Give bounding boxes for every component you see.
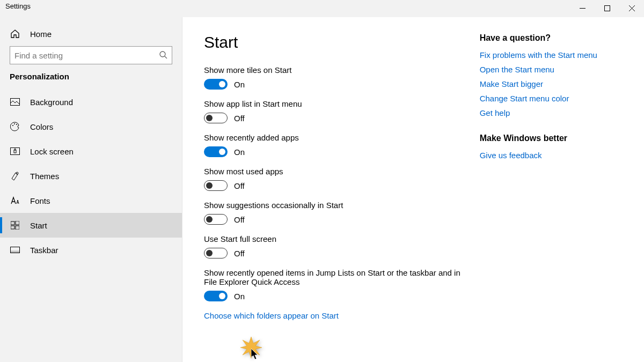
sidebar-item-label: Background	[30, 98, 73, 107]
toggle-state: Off	[234, 114, 245, 123]
setting-label: Show app list in Start menu	[204, 99, 480, 108]
feedback-link[interactable]: Give us feedback	[480, 151, 623, 160]
choose-folders-link[interactable]: Choose which folders appear on Start	[204, 311, 480, 320]
sidebar-item-label: Colors	[30, 122, 53, 131]
svg-rect-15	[11, 251, 20, 253]
sidebar-item-label: Taskbar	[30, 246, 58, 255]
svg-point-2	[160, 51, 165, 57]
feedback-heading: Make Windows better	[480, 134, 623, 143]
lock-screen-icon	[10, 146, 20, 157]
sidebar-item-label: Themes	[30, 172, 59, 181]
setting-app-list: Show app list in Start menu Off	[204, 99, 480, 123]
toggle-state: Off	[234, 215, 245, 224]
svg-rect-0	[580, 8, 586, 9]
svg-rect-1	[604, 5, 610, 11]
window-title: Settings	[0, 0, 36, 12]
svg-marker-16	[240, 337, 262, 358]
svg-rect-12	[11, 226, 14, 229]
toggle-full-screen[interactable]	[204, 248, 228, 258]
help-link[interactable]: Make Start bigger	[480, 79, 623, 88]
sidebar-item-taskbar[interactable]: Taskbar	[0, 238, 182, 262]
svg-rect-11	[16, 221, 19, 225]
category-header: Personalization	[0, 72, 182, 90]
help-column: Have a question? Fix problems with the S…	[480, 33, 623, 362]
highlight-burst-icon	[240, 337, 262, 358]
sidebar-item-label: Start	[30, 221, 47, 230]
help-link[interactable]: Get help	[480, 108, 623, 117]
setting-most-used: Show most used apps Off	[204, 167, 480, 191]
themes-icon	[10, 171, 20, 181]
sidebar-item-lock-screen[interactable]: Lock screen	[0, 139, 182, 164]
help-link[interactable]: Fix problems with the Start menu	[480, 50, 623, 60]
search-input[interactable]	[14, 51, 159, 60]
setting-full-screen: Use Start full screen Off	[204, 234, 480, 258]
sidebar-item-fonts[interactable]: Fonts	[0, 188, 182, 213]
sidebar-item-label: Fonts	[30, 196, 50, 205]
toggle-app-list[interactable]	[204, 113, 228, 123]
home-icon	[10, 28, 20, 39]
start-icon	[10, 220, 20, 231]
setting-suggestions: Show suggestions occasionally in Start O…	[204, 201, 480, 225]
search-box[interactable]	[10, 46, 172, 64]
palette-icon	[10, 121, 20, 132]
svg-rect-8	[14, 150, 16, 153]
close-button[interactable]	[619, 0, 644, 16]
page-title: Start	[204, 33, 480, 51]
setting-label: Show suggestions occasionally in Start	[204, 201, 480, 210]
setting-label: Show recently added apps	[204, 133, 480, 142]
svg-point-4	[12, 125, 13, 126]
sidebar-item-start[interactable]: Start	[0, 213, 182, 238]
svg-rect-13	[16, 226, 19, 230]
toggle-state: Off	[234, 249, 245, 258]
sidebar-item-label: Lock screen	[30, 147, 74, 156]
sidebar-item-themes[interactable]: Themes	[0, 164, 182, 188]
setting-label: Use Start full screen	[204, 234, 480, 243]
svg-point-6	[16, 124, 17, 125]
toggle-state: Off	[234, 181, 245, 190]
sidebar-item-colors[interactable]: Colors	[0, 114, 182, 139]
toggle-state: On	[234, 147, 245, 157]
setting-label: Show most used apps	[204, 167, 480, 176]
fonts-icon	[10, 195, 20, 206]
toggle-state: On	[234, 80, 245, 89]
titlebar: Settings	[0, 0, 644, 17]
toggle-more-tiles[interactable]	[204, 79, 228, 90]
main-content: Start Show more tiles on Start On Show a…	[204, 33, 480, 362]
setting-recently-added: Show recently added apps On	[204, 133, 480, 157]
toggle-state: On	[234, 292, 245, 301]
setting-jump-lists: Show recently opened items in Jump Lists…	[204, 268, 480, 301]
setting-label: Show recently opened items in Jump Lists…	[204, 268, 472, 286]
sidebar: Home Personalization Background	[0, 17, 182, 362]
setting-more-tiles: Show more tiles on Start On	[204, 65, 480, 90]
minimize-button[interactable]	[570, 0, 595, 16]
search-icon	[159, 50, 167, 61]
help-heading: Have a question?	[480, 33, 623, 43]
toggle-recently-added[interactable]	[204, 146, 228, 157]
sidebar-item-background[interactable]: Background	[0, 90, 182, 114]
home-nav[interactable]: Home	[0, 21, 182, 46]
toggle-most-used[interactable]	[204, 180, 228, 191]
setting-label: Show more tiles on Start	[204, 65, 480, 75]
picture-icon	[10, 97, 20, 107]
home-label: Home	[30, 29, 52, 39]
help-link[interactable]: Change Start menu color	[480, 94, 623, 103]
toggle-jump-lists[interactable]	[204, 291, 228, 301]
maximize-button[interactable]	[595, 0, 619, 16]
mouse-cursor-icon	[251, 349, 260, 360]
taskbar-icon	[10, 245, 20, 255]
toggle-suggestions[interactable]	[204, 214, 228, 225]
svg-point-5	[14, 123, 15, 124]
help-link[interactable]: Open the Start menu	[480, 65, 623, 74]
svg-rect-10	[11, 221, 14, 225]
